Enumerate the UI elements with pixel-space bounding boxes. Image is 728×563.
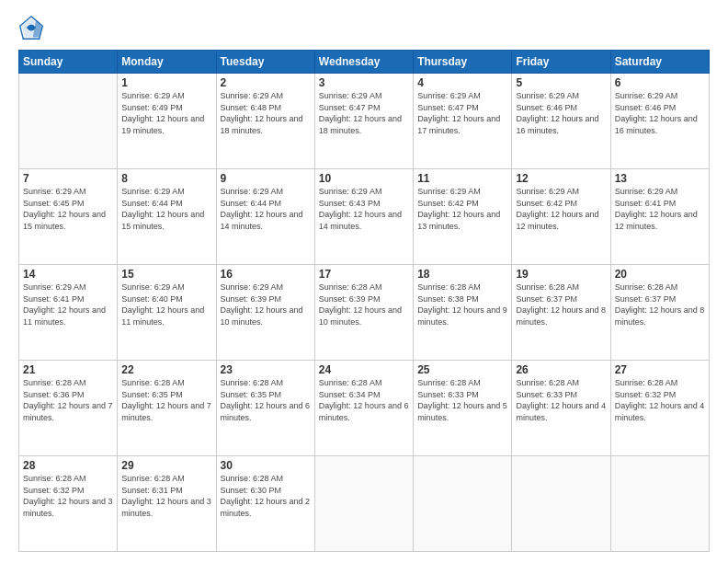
cell-daylight-info: Sunrise: 6:29 AM Sunset: 6:47 PM Dayligh… xyxy=(319,90,409,136)
cell-day-number: 10 xyxy=(319,172,409,185)
header xyxy=(18,15,710,40)
cell-day-number: 3 xyxy=(319,76,409,89)
cell-daylight-info: Sunrise: 6:29 AM Sunset: 6:49 PM Dayligh… xyxy=(121,90,211,136)
calendar-day-header: Saturday xyxy=(610,51,709,74)
calendar-cell: 27Sunrise: 6:28 AM Sunset: 6:32 PM Dayli… xyxy=(610,361,709,456)
calendar-day-header: Friday xyxy=(512,51,610,74)
calendar-cell: 1Sunrise: 6:29 AM Sunset: 6:49 PM Daylig… xyxy=(118,74,216,169)
calendar-cell: 6Sunrise: 6:29 AM Sunset: 6:46 PM Daylig… xyxy=(610,74,709,169)
cell-daylight-info: Sunrise: 6:29 AM Sunset: 6:46 PM Dayligh… xyxy=(615,90,705,136)
calendar-cell xyxy=(414,456,512,552)
cell-daylight-info: Sunrise: 6:28 AM Sunset: 6:35 PM Dayligh… xyxy=(121,377,211,423)
cell-daylight-info: Sunrise: 6:28 AM Sunset: 6:33 PM Dayligh… xyxy=(516,377,606,423)
cell-day-number: 2 xyxy=(221,76,311,89)
cell-day-number: 20 xyxy=(615,268,705,281)
cell-day-number: 17 xyxy=(319,268,409,281)
cell-daylight-info: Sunrise: 6:29 AM Sunset: 6:40 PM Dayligh… xyxy=(121,282,211,327)
cell-daylight-info: Sunrise: 6:29 AM Sunset: 6:44 PM Dayligh… xyxy=(121,186,211,232)
cell-day-number: 11 xyxy=(417,172,507,185)
calendar-cell: 19Sunrise: 6:28 AM Sunset: 6:37 PM Dayli… xyxy=(512,265,610,361)
cell-day-number: 18 xyxy=(417,268,507,281)
calendar-cell: 17Sunrise: 6:28 AM Sunset: 6:39 PM Dayli… xyxy=(314,265,413,361)
calendar-day-header: Sunday xyxy=(19,51,118,74)
cell-day-number: 19 xyxy=(516,268,606,281)
cell-day-number: 15 xyxy=(121,268,211,281)
calendar-cell: 24Sunrise: 6:28 AM Sunset: 6:34 PM Dayli… xyxy=(314,361,413,456)
cell-daylight-info: Sunrise: 6:28 AM Sunset: 6:31 PM Dayligh… xyxy=(121,473,211,519)
cell-day-number: 28 xyxy=(23,459,113,472)
calendar-cell xyxy=(512,456,610,552)
calendar-week-row: 1Sunrise: 6:29 AM Sunset: 6:49 PM Daylig… xyxy=(19,74,710,169)
logo-icon xyxy=(18,15,44,40)
calendar-cell: 10Sunrise: 6:29 AM Sunset: 6:43 PM Dayli… xyxy=(314,169,413,265)
cell-day-number: 24 xyxy=(319,363,409,376)
calendar-header-row: SundayMondayTuesdayWednesdayThursdayFrid… xyxy=(19,51,710,74)
logo xyxy=(18,15,48,40)
calendar-cell: 2Sunrise: 6:29 AM Sunset: 6:48 PM Daylig… xyxy=(216,74,314,169)
cell-day-number: 6 xyxy=(615,76,705,89)
calendar-cell: 14Sunrise: 6:29 AM Sunset: 6:41 PM Dayli… xyxy=(19,265,118,361)
cell-day-number: 26 xyxy=(516,363,606,376)
calendar-day-header: Wednesday xyxy=(314,51,413,74)
cell-daylight-info: Sunrise: 6:28 AM Sunset: 6:32 PM Dayligh… xyxy=(615,377,705,423)
cell-day-number: 4 xyxy=(417,76,507,89)
calendar-cell: 5Sunrise: 6:29 AM Sunset: 6:46 PM Daylig… xyxy=(512,74,610,169)
calendar-cell: 3Sunrise: 6:29 AM Sunset: 6:47 PM Daylig… xyxy=(314,74,413,169)
cell-day-number: 13 xyxy=(615,172,705,185)
cell-day-number: 27 xyxy=(615,363,705,376)
cell-day-number: 30 xyxy=(221,459,311,472)
cell-day-number: 5 xyxy=(516,76,606,89)
calendar-cell xyxy=(610,456,709,552)
calendar-cell: 4Sunrise: 6:29 AM Sunset: 6:47 PM Daylig… xyxy=(414,74,512,169)
cell-daylight-info: Sunrise: 6:28 AM Sunset: 6:35 PM Dayligh… xyxy=(221,377,311,423)
calendar-cell: 18Sunrise: 6:28 AM Sunset: 6:38 PM Dayli… xyxy=(414,265,512,361)
calendar-cell: 8Sunrise: 6:29 AM Sunset: 6:44 PM Daylig… xyxy=(118,169,216,265)
cell-daylight-info: Sunrise: 6:29 AM Sunset: 6:45 PM Dayligh… xyxy=(23,186,113,232)
page: SundayMondayTuesdayWednesdayThursdayFrid… xyxy=(0,0,728,563)
cell-daylight-info: Sunrise: 6:29 AM Sunset: 6:41 PM Dayligh… xyxy=(615,186,705,232)
calendar-cell: 25Sunrise: 6:28 AM Sunset: 6:33 PM Dayli… xyxy=(414,361,512,456)
cell-day-number: 9 xyxy=(221,172,311,185)
calendar-cell: 28Sunrise: 6:28 AM Sunset: 6:32 PM Dayli… xyxy=(19,456,118,552)
cell-day-number: 29 xyxy=(121,459,211,472)
calendar-cell: 7Sunrise: 6:29 AM Sunset: 6:45 PM Daylig… xyxy=(19,169,118,265)
cell-daylight-info: Sunrise: 6:29 AM Sunset: 6:47 PM Dayligh… xyxy=(417,90,507,136)
calendar-cell: 23Sunrise: 6:28 AM Sunset: 6:35 PM Dayli… xyxy=(216,361,314,456)
cell-daylight-info: Sunrise: 6:29 AM Sunset: 6:42 PM Dayligh… xyxy=(516,186,606,232)
calendar-cell: 12Sunrise: 6:29 AM Sunset: 6:42 PM Dayli… xyxy=(512,169,610,265)
calendar-cell: 11Sunrise: 6:29 AM Sunset: 6:42 PM Dayli… xyxy=(414,169,512,265)
cell-daylight-info: Sunrise: 6:29 AM Sunset: 6:41 PM Dayligh… xyxy=(23,282,113,327)
cell-day-number: 16 xyxy=(221,268,311,281)
calendar-cell: 9Sunrise: 6:29 AM Sunset: 6:44 PM Daylig… xyxy=(216,169,314,265)
cell-day-number: 22 xyxy=(121,363,211,376)
calendar-cell: 20Sunrise: 6:28 AM Sunset: 6:37 PM Dayli… xyxy=(610,265,709,361)
cell-day-number: 21 xyxy=(23,363,113,376)
calendar-cell xyxy=(314,456,413,552)
calendar-cell: 15Sunrise: 6:29 AM Sunset: 6:40 PM Dayli… xyxy=(118,265,216,361)
cell-daylight-info: Sunrise: 6:28 AM Sunset: 6:38 PM Dayligh… xyxy=(417,282,507,327)
calendar-cell: 13Sunrise: 6:29 AM Sunset: 6:41 PM Dayli… xyxy=(610,169,709,265)
cell-day-number: 12 xyxy=(516,172,606,185)
calendar-day-header: Thursday xyxy=(414,51,512,74)
calendar-cell: 26Sunrise: 6:28 AM Sunset: 6:33 PM Dayli… xyxy=(512,361,610,456)
calendar-day-header: Tuesday xyxy=(216,51,314,74)
cell-daylight-info: Sunrise: 6:28 AM Sunset: 6:36 PM Dayligh… xyxy=(23,377,113,423)
cell-day-number: 7 xyxy=(23,172,113,185)
cell-daylight-info: Sunrise: 6:28 AM Sunset: 6:39 PM Dayligh… xyxy=(319,282,409,327)
cell-daylight-info: Sunrise: 6:29 AM Sunset: 6:44 PM Dayligh… xyxy=(221,186,311,232)
cell-daylight-info: Sunrise: 6:28 AM Sunset: 6:33 PM Dayligh… xyxy=(417,377,507,423)
cell-day-number: 23 xyxy=(221,363,311,376)
cell-daylight-info: Sunrise: 6:29 AM Sunset: 6:39 PM Dayligh… xyxy=(221,282,311,327)
calendar-week-row: 28Sunrise: 6:28 AM Sunset: 6:32 PM Dayli… xyxy=(19,456,710,552)
calendar-week-row: 21Sunrise: 6:28 AM Sunset: 6:36 PM Dayli… xyxy=(19,361,710,456)
cell-daylight-info: Sunrise: 6:28 AM Sunset: 6:37 PM Dayligh… xyxy=(516,282,606,327)
cell-daylight-info: Sunrise: 6:28 AM Sunset: 6:32 PM Dayligh… xyxy=(23,473,113,519)
calendar-cell: 29Sunrise: 6:28 AM Sunset: 6:31 PM Dayli… xyxy=(118,456,216,552)
cell-daylight-info: Sunrise: 6:29 AM Sunset: 6:46 PM Dayligh… xyxy=(516,90,606,136)
calendar-cell: 30Sunrise: 6:28 AM Sunset: 6:30 PM Dayli… xyxy=(216,456,314,552)
cell-daylight-info: Sunrise: 6:29 AM Sunset: 6:43 PM Dayligh… xyxy=(319,186,409,232)
cell-daylight-info: Sunrise: 6:28 AM Sunset: 6:30 PM Dayligh… xyxy=(221,473,311,519)
cell-daylight-info: Sunrise: 6:28 AM Sunset: 6:37 PM Dayligh… xyxy=(615,282,705,327)
cell-day-number: 1 xyxy=(121,76,211,89)
calendar-week-row: 14Sunrise: 6:29 AM Sunset: 6:41 PM Dayli… xyxy=(19,265,710,361)
